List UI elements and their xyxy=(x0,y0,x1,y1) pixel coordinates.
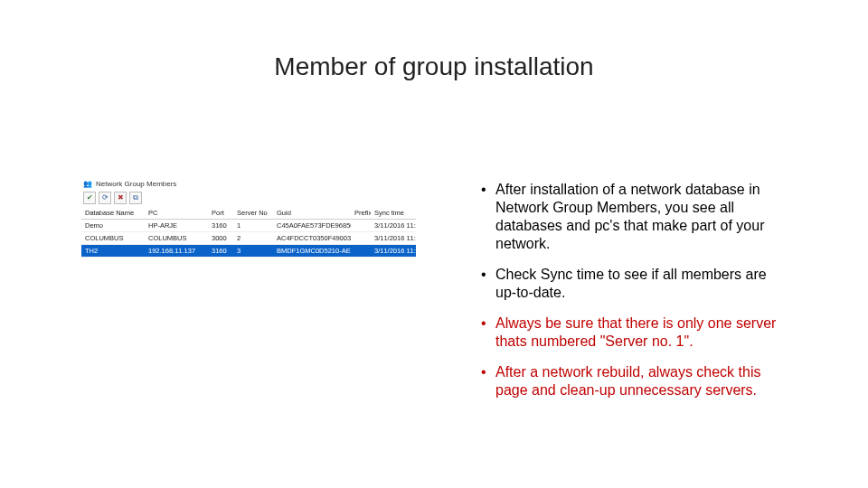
cell-sync: 3/11/2016 11:54:24 AM xyxy=(371,220,416,232)
cell-pc: COLUMBUS xyxy=(145,232,208,245)
col-srv: Server No xyxy=(233,207,273,220)
bullet-item: After a network rebuild, always check th… xyxy=(479,363,787,399)
cell-srv: 2 xyxy=(233,232,273,245)
cell-pc: 192.168.11.137 xyxy=(145,245,208,258)
cell-srv: 3 xyxy=(233,245,273,258)
bullet-item: Always be sure that there is only one se… xyxy=(479,314,787,351)
cell-sync: 3/11/2016 11:52:50 AM xyxy=(371,245,416,258)
cell-db: TH2 xyxy=(81,245,145,258)
table-header: Database Name PC Port Server No Guid Pre… xyxy=(81,207,416,220)
cell-srv: 1 xyxy=(233,220,273,232)
bullet-item: After installation of a network database… xyxy=(479,181,787,253)
cell-port: 3160 xyxy=(208,245,233,258)
table-row[interactable]: TH2192.168.11.13731603BMDF1GMC0D5210-AE5… xyxy=(81,245,416,258)
col-guid: Guid xyxy=(273,207,351,220)
cell-pc: HP-ARJE xyxy=(145,220,208,232)
table-row[interactable]: COLUMBUSCOLUMBUS30002AC4FDCCT0350F49003 … xyxy=(81,232,416,245)
col-prefix: Prefix xyxy=(351,207,371,220)
delete-icon[interactable]: ✖ xyxy=(114,192,127,204)
cell-guid: BMDF1GMC0D5210-AE57 c xyxy=(273,245,351,258)
col-pc: PC xyxy=(145,207,208,220)
cell-port: 3000 xyxy=(208,232,233,245)
cell-prefix xyxy=(351,220,371,232)
col-port: Port xyxy=(208,207,233,220)
refresh-icon[interactable]: ⟳ xyxy=(99,192,111,204)
cell-sync: 3/11/2016 11:55:07 AM xyxy=(371,232,416,245)
members-table: Database Name PC Port Server No Guid Pre… xyxy=(81,207,416,258)
window-title: Network Group Members xyxy=(96,180,176,189)
cell-guid: C45A0FAE573FDE96850 a xyxy=(273,220,351,232)
page-title: Member of group installation xyxy=(0,52,868,81)
bullet-item: Check Sync time to see if all members ar… xyxy=(479,266,787,302)
bullet-list: After installation of a network database… xyxy=(479,181,787,412)
cell-db: Demo xyxy=(81,220,145,232)
cell-guid: AC4FDCCT0350F49003 b xyxy=(273,232,351,245)
table-row[interactable]: DemoHP-ARJE31601C45A0FAE573FDE96850 a3/1… xyxy=(81,220,416,232)
cell-prefix xyxy=(351,232,371,245)
cell-prefix xyxy=(351,245,371,258)
screenshot-panel: 👥 Network Group Members ✔ ⟳ ✖ ⧉ Database… xyxy=(81,179,416,258)
copy-icon[interactable]: ⧉ xyxy=(129,192,142,204)
window-header: 👥 Network Group Members xyxy=(81,179,416,192)
cell-db: COLUMBUS xyxy=(81,232,145,245)
cell-port: 3160 xyxy=(208,220,233,232)
col-db: Database Name xyxy=(81,207,145,220)
group-icon: 👥 xyxy=(83,180,92,189)
check-icon[interactable]: ✔ xyxy=(83,192,96,204)
col-sync: Sync time xyxy=(371,207,416,220)
toolbar: ✔ ⟳ ✖ ⧉ xyxy=(81,192,416,207)
